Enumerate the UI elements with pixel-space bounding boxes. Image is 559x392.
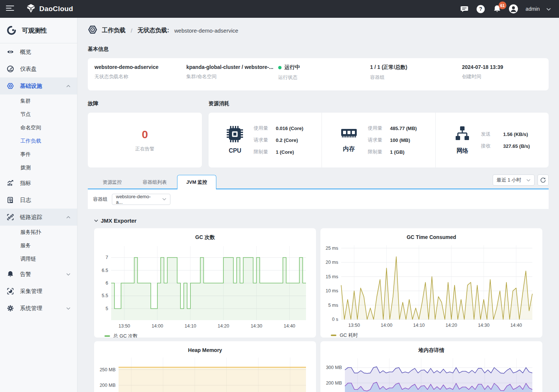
sidebar-item-collection-mgmt[interactable]: 采集管理 xyxy=(0,283,77,300)
svg-text:14:30: 14:30 xyxy=(251,323,262,329)
svg-text:14:40: 14:40 xyxy=(284,323,295,329)
chevron-up-icon xyxy=(66,215,70,219)
info-field-name: webstore-demo-adservice 无状态负载名称 xyxy=(94,64,186,90)
tab-resource-monitoring[interactable]: 资源监控 xyxy=(92,176,132,189)
sidebar-item-infrastructure[interactable]: 基础设施 xyxy=(0,77,77,94)
svg-text:14:00: 14:00 xyxy=(381,323,392,328)
jmx-exporter-title: JMX Exporter xyxy=(101,217,137,224)
resources-card: CPU 使用量0.016 (Core) 请求量0.2 (Core) 限制量1 (… xyxy=(209,113,549,167)
gear-icon xyxy=(7,305,14,312)
pod-filter-row: 容器组 webstore-demo-a... xyxy=(88,189,549,209)
svg-text:300 MB: 300 MB xyxy=(326,365,342,370)
refresh-button[interactable] xyxy=(538,175,549,186)
top-navbar: DaoCloud ? 61 admin xyxy=(0,0,559,18)
svg-text:200 MB: 200 MB xyxy=(326,381,342,386)
legend-gc-time: GC 耗时 xyxy=(331,332,539,338)
resource-group-memory: 内存 使用量485.77 (MB) 请求量100 (MB) 限制量1 (GB) xyxy=(322,113,435,167)
memory-icon xyxy=(340,127,357,142)
sidebar-item-workloads[interactable]: 工作负载 xyxy=(0,134,77,148)
basic-info-title: 基本信息 xyxy=(88,46,549,53)
cpu-icon xyxy=(227,126,243,144)
hexagon-icon xyxy=(7,82,14,90)
time-range-select[interactable]: 最近 1 小时 xyxy=(493,175,535,186)
sidebar-item-tracing[interactable]: 链路追踪 xyxy=(0,209,77,226)
resources-title: 资源消耗 xyxy=(209,100,549,107)
gauge-icon xyxy=(7,65,14,73)
chat-icon[interactable] xyxy=(460,4,469,14)
sidebar-item-services[interactable]: 服务 xyxy=(0,239,77,252)
user-chevron-down-icon[interactable] xyxy=(546,6,551,12)
svg-text:14:20: 14:20 xyxy=(446,323,457,328)
chart-title: 堆内存详情 xyxy=(323,347,539,354)
metrics-icon xyxy=(7,179,14,187)
svg-text:0 s: 0 s xyxy=(332,317,338,322)
eye-icon xyxy=(7,48,14,56)
gc-time-plot: 0 s5 ms10 ms15 ms20 ms25 ms13:5014:0014:… xyxy=(323,242,539,331)
chart-heap-detail: 堆内存详情 300 MB200 MB100 MB xyxy=(320,341,542,392)
info-field-created: 2024-07-18 13:39 创建时间 xyxy=(462,64,542,90)
sidebar-item-probes[interactable]: 拨测 xyxy=(0,161,77,175)
breadcrumb: 工作负载 / 无状态负载: webstore-demo-adservice xyxy=(88,25,549,36)
app-window: DaoCloud ? 61 admin xyxy=(0,0,559,392)
help-icon[interactable]: ? xyxy=(476,4,486,14)
sidebar-item-logs[interactable]: 日志 xyxy=(0,192,77,209)
svg-text:14:10: 14:10 xyxy=(184,323,196,329)
sidebar-item-events[interactable]: 事件 xyxy=(0,148,77,161)
svg-text:14:10: 14:10 xyxy=(413,323,425,328)
heap-memory-plot: 250 MB200 MB150 MB xyxy=(97,355,313,392)
collection-icon xyxy=(7,288,14,295)
breadcrumb-separator: / xyxy=(131,27,132,34)
alert-bell-icon xyxy=(7,270,14,278)
svg-text:14:40: 14:40 xyxy=(510,323,522,328)
svg-text:10 ms: 10 ms xyxy=(326,288,338,293)
breadcrumb-prefix: 无状态负载: xyxy=(137,27,169,34)
chart-gc-time: GC Time Consumed 0 s5 ms10 ms15 ms20 ms2… xyxy=(320,228,542,338)
menu-toggle-icon[interactable] xyxy=(6,5,14,13)
svg-text:15 ms: 15 ms xyxy=(326,274,338,279)
jmx-exporter-section-toggle[interactable]: JMX Exporter xyxy=(94,217,542,224)
tab-pod-list[interactable]: 容器组列表 xyxy=(132,176,177,189)
info-field-cluster-namespace: kpanda-global-cluster / webstore-... 集群/… xyxy=(186,64,278,90)
brand-name: DaoCloud xyxy=(39,5,73,13)
chevron-down-icon xyxy=(66,306,70,310)
main-content: 工作负载 / 无状态负载: webstore-demo-adservice 基本… xyxy=(77,18,559,392)
svg-text:6.5: 6.5 xyxy=(102,268,108,273)
sidebar-item-call-chain[interactable]: 调用链 xyxy=(0,252,77,266)
chevron-down-icon xyxy=(94,219,98,222)
notification-bell-icon[interactable]: 61 xyxy=(492,4,502,14)
svg-text:20 ms: 20 ms xyxy=(326,260,338,265)
avatar[interactable] xyxy=(509,4,518,14)
trace-icon xyxy=(7,213,14,221)
username[interactable]: admin xyxy=(526,6,540,12)
pod-select[interactable]: webstore-demo-a... xyxy=(112,194,170,205)
tab-jvm-monitoring[interactable]: JVM 监控 xyxy=(177,175,216,189)
sidebar-item-alerts[interactable]: 告警 xyxy=(0,266,77,283)
svg-text:13:50: 13:50 xyxy=(119,323,130,329)
chevron-down-icon xyxy=(526,179,530,182)
svg-text:5 ms: 5 ms xyxy=(328,303,338,308)
breadcrumb-root[interactable]: 工作负载 xyxy=(102,27,126,34)
fault-title: 故障 xyxy=(88,100,202,107)
alert-count-label: 正在告警 xyxy=(135,146,154,152)
sidebar-item-metrics[interactable]: 指标 xyxy=(0,175,77,192)
chevron-up-icon xyxy=(66,84,70,88)
sidebar-item-service-topology[interactable]: 服务拓扑 xyxy=(0,226,77,239)
info-field-status: 运行中 运行状态 xyxy=(278,64,370,90)
sidebar-item-overview[interactable]: 概览 xyxy=(0,43,77,60)
daocloud-cube-icon xyxy=(26,3,36,15)
sidebar-item-nodes[interactable]: 节点 xyxy=(0,108,77,121)
sidebar-item-clusters[interactable]: 集群 xyxy=(0,94,77,108)
chevron-down-icon xyxy=(162,198,166,200)
breadcrumb-current: webstore-demo-adservice xyxy=(174,27,239,34)
brand-logo[interactable]: DaoCloud xyxy=(26,3,73,15)
svg-text:6: 6 xyxy=(106,280,108,286)
sidebar-item-namespaces[interactable]: 命名空间 xyxy=(0,121,77,134)
svg-text:200 MB: 200 MB xyxy=(100,383,116,388)
svg-text:25 ms: 25 ms xyxy=(326,246,338,251)
sidebar-item-system-mgmt[interactable]: 系统管理 xyxy=(0,300,77,317)
alert-count: 0 xyxy=(142,128,148,141)
chart-title: GC Time Consumed xyxy=(323,234,539,240)
sidebar-item-dashboard[interactable]: 仪表盘 xyxy=(0,60,77,77)
svg-text:13:50: 13:50 xyxy=(348,323,360,328)
chevron-down-icon xyxy=(66,272,70,276)
